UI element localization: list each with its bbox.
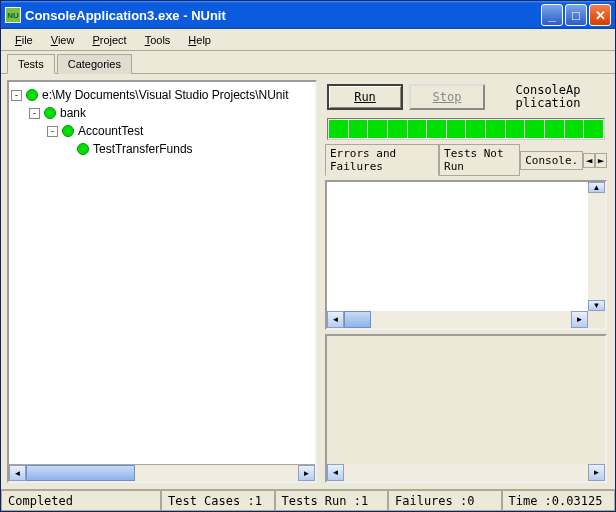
collapse-icon[interactable]: - — [47, 126, 58, 137]
app-icon: NU — [5, 7, 21, 23]
run-button[interactable]: Run — [327, 84, 403, 110]
app-window: NU ConsoleApplication3.exe - NUnit _ □ ✕… — [0, 0, 616, 512]
close-button[interactable]: ✕ — [589, 4, 611, 26]
menu-tools[interactable]: Tools — [137, 32, 179, 48]
minimize-button[interactable]: _ — [541, 4, 563, 26]
collapse-icon[interactable]: - — [11, 90, 22, 101]
scroll-right-icon[interactable]: ► — [298, 465, 315, 481]
tree-row-accounttest[interactable]: - AccountTest — [11, 122, 313, 140]
maximize-button[interactable]: □ — [565, 4, 587, 26]
scroll-left-icon[interactable]: ◄ — [327, 464, 344, 481]
scroll-right-icon[interactable]: ► — [588, 464, 605, 481]
tab-tests[interactable]: Tests — [7, 54, 55, 74]
status-test-cases: Test Cases : 1 — [161, 490, 275, 511]
pass-icon — [77, 143, 89, 155]
tree-label: TestTransferFunds — [93, 140, 193, 158]
errors-pane: ◄ ► ▲ ▼ — [325, 180, 607, 330]
menu-project[interactable]: Project — [84, 32, 134, 48]
tree-label: e:\My Documents\Visual Studio Projects\N… — [42, 86, 289, 104]
scroll-left-icon[interactable]: ◄ — [327, 311, 344, 328]
status-failures: Failures : 0 — [388, 490, 502, 511]
scroll-left-icon[interactable]: ◄ — [9, 465, 26, 481]
pass-icon — [26, 89, 38, 101]
scroll-thumb[interactable] — [26, 465, 135, 481]
scroll-thumb[interactable] — [344, 311, 371, 328]
window-title: ConsoleApplication3.exe - NUnit — [25, 8, 541, 23]
menu-view[interactable]: View — [43, 32, 83, 48]
tree-label: bank — [60, 104, 86, 122]
pane-h-scrollbar[interactable]: ◄ ► — [327, 311, 588, 328]
status-tests-run: Tests Run : 1 — [275, 490, 389, 511]
detail-pane: ◄ ► — [325, 334, 607, 484]
tab-console[interactable]: Console. — [520, 151, 583, 170]
titlebar[interactable]: NU ConsoleApplication3.exe - NUnit _ □ ✕ — [1, 1, 615, 29]
menu-file[interactable]: File — [7, 32, 41, 48]
tab-categories[interactable]: Categories — [57, 54, 132, 74]
results-panel: Run Stop ConsoleApplication Errors and F… — [323, 80, 609, 483]
pane-v-scrollbar[interactable]: ▲ ▼ — [588, 182, 605, 311]
pane-h-scrollbar[interactable]: ◄ ► — [327, 464, 605, 481]
run-target-label: ConsoleApplication — [491, 84, 605, 110]
content-area: - e:\My Documents\Visual Studio Projects… — [1, 73, 615, 489]
tab-scroll-left-icon[interactable]: ◄ — [583, 153, 595, 168]
scroll-up-icon[interactable]: ▲ — [588, 182, 605, 193]
tree-panel: - e:\My Documents\Visual Studio Projects… — [7, 80, 317, 483]
stop-button: Stop — [409, 84, 485, 110]
tab-tests-not-run[interactable]: Tests Not Run — [439, 144, 520, 176]
scroll-right-icon[interactable]: ► — [571, 311, 588, 328]
collapse-icon[interactable]: - — [29, 108, 40, 119]
status-time: Time : 0.03125 — [502, 490, 616, 511]
pass-icon — [62, 125, 74, 137]
tree-label: AccountTest — [78, 122, 143, 140]
tree-container: - e:\My Documents\Visual Studio Projects… — [7, 80, 317, 483]
menu-help[interactable]: Help — [180, 32, 219, 48]
status-state: Completed — [1, 490, 161, 511]
scroll-down-icon[interactable]: ▼ — [588, 300, 605, 311]
result-tabs: Errors and Failures Tests Not Run Consol… — [323, 144, 609, 176]
pass-icon — [44, 107, 56, 119]
statusbar: Completed Test Cases : 1 Tests Run : 1 F… — [1, 489, 615, 511]
tree-h-scrollbar[interactable]: ◄ ► — [9, 464, 315, 481]
scroll-track[interactable] — [26, 465, 298, 481]
tree-row-root[interactable]: - e:\My Documents\Visual Studio Projects… — [11, 86, 313, 104]
tree-row-bank[interactable]: - bank — [11, 104, 313, 122]
tab-scroll-right-icon[interactable]: ► — [595, 153, 607, 168]
menubar: File View Project Tools Help — [1, 29, 615, 51]
run-controls: Run Stop ConsoleApplication — [323, 80, 609, 114]
tree-row-testtransferfunds[interactable]: TestTransferFunds — [11, 140, 313, 158]
scroll-corner — [588, 311, 605, 328]
main-tabs: Tests Categories — [1, 51, 615, 73]
tab-errors-failures[interactable]: Errors and Failures — [325, 144, 439, 176]
progress-bar — [327, 118, 605, 140]
